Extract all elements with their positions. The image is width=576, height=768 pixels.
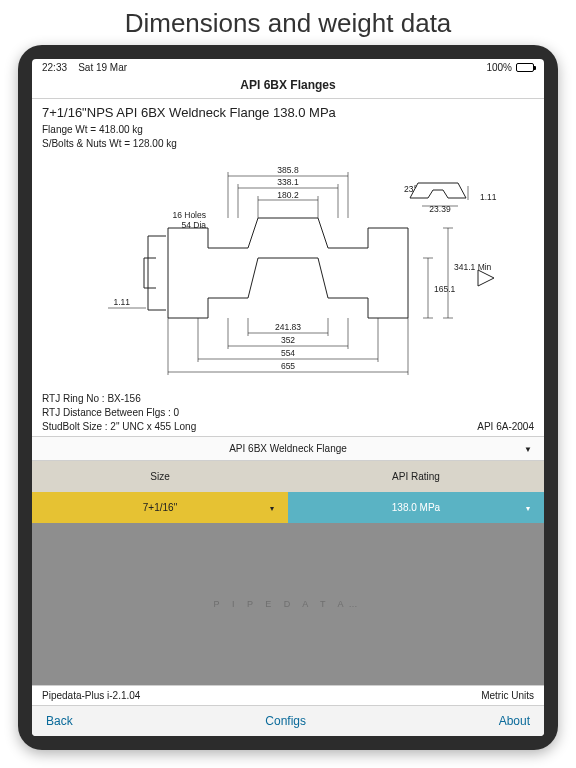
battery-icon (516, 63, 534, 72)
bottom-info-bar: Pipedata-Plus i-2.1.04 Metric Units (32, 685, 544, 705)
rating-value: 138.0 MPa (392, 502, 440, 513)
dim-top-2: 338.1 (277, 177, 299, 187)
dim-bot-3: 554 (281, 348, 295, 358)
dim-angle: 23° (404, 184, 417, 194)
holes-dia: 54 Dia (181, 220, 206, 230)
holes-count: 16 Holes (172, 210, 206, 220)
technical-drawing: 385.8 338.1 180.2 16 Holes 54 Dia 23° 1.… (32, 158, 544, 388)
status-left: 22:33 Sat 19 Mar (42, 62, 127, 73)
chevron-down-icon: ▼ (524, 444, 532, 453)
rtj-distance: RTJ Distance Between Flgs : 0 (42, 406, 534, 420)
status-date: Sat 19 Mar (78, 62, 127, 73)
content-header: 7+1/16"NPS API 6BX Weldneck Flange 138.0… (32, 99, 544, 152)
rating-header: API Rating (288, 461, 544, 492)
picker-headers: Size API Rating (32, 461, 544, 492)
promo-headline: Dimensions and weight data (0, 0, 576, 45)
dim-top-1: 385.8 (277, 165, 299, 175)
size-value: 7+1/16" (143, 502, 177, 513)
rtj-ring: RTJ Ring No : BX-156 (42, 392, 534, 406)
status-time: 22:33 (42, 62, 67, 73)
about-button[interactable]: About (499, 714, 530, 728)
battery-pct: 100% (486, 62, 512, 73)
dim-r-small: 1.11 (480, 192, 497, 202)
spec-row: StudBolt Size : 2" UNC x 455 Long API 6A… (32, 419, 544, 437)
tablet-frame: 22:33 Sat 19 Mar 100% API 6BX Flanges 7+… (18, 45, 558, 750)
status-bar: 22:33 Sat 19 Mar 100% (32, 59, 544, 74)
dim-bot-1: 241.83 (275, 322, 301, 332)
app-version: Pipedata-Plus i-2.1.04 (42, 690, 140, 701)
dim-bot-4: 655 (281, 361, 295, 371)
standard-ref: API 6A-2004 (477, 421, 534, 432)
dim-top-3: 180.2 (277, 190, 299, 200)
dim-height-2: 165.1 (434, 284, 456, 294)
flange-type-label: API 6BX Weldneck Flange (229, 443, 347, 454)
watermark-text: P I P E D A T A… (214, 599, 363, 609)
flange-type-select[interactable]: API 6BX Weldneck Flange ▼ (32, 437, 544, 461)
dim-r-width: 23.39 (429, 204, 451, 214)
watermark-area: P I P E D A T A… (32, 523, 544, 685)
footnotes: RTJ Ring No : BX-156 RTJ Distance Betwee… (32, 392, 544, 419)
size-header: Size (32, 461, 288, 492)
bolts-weight: S/Bolts & Nuts Wt = 128.00 kg (42, 137, 534, 151)
flange-heading: 7+1/16"NPS API 6BX Weldneck Flange 138.0… (42, 105, 534, 120)
chevron-down-icon: ▾ (270, 503, 274, 512)
back-button[interactable]: Back (46, 714, 73, 728)
size-select[interactable]: 7+1/16" ▾ (32, 492, 288, 523)
dim-left-small: 1.11 (113, 297, 130, 307)
studbolt-spec: StudBolt Size : 2" UNC x 455 Long (42, 421, 196, 432)
picker-values: 7+1/16" ▾ 138.0 MPa ▾ (32, 492, 544, 523)
chevron-down-icon: ▾ (526, 503, 530, 512)
rating-select[interactable]: 138.0 MPa ▾ (288, 492, 544, 523)
dim-bot-2: 352 (281, 335, 295, 345)
dim-height-1: 341.1 Min (454, 262, 492, 272)
status-right: 100% (486, 62, 534, 73)
app-screen: 22:33 Sat 19 Mar 100% API 6BX Flanges 7+… (32, 59, 544, 736)
configs-button[interactable]: Configs (265, 714, 306, 728)
page-title: API 6BX Flanges (32, 74, 544, 99)
toolbar: Back Configs About (32, 705, 544, 736)
flange-weight: Flange Wt = 418.00 kg (42, 123, 534, 137)
units-label: Metric Units (481, 690, 534, 701)
